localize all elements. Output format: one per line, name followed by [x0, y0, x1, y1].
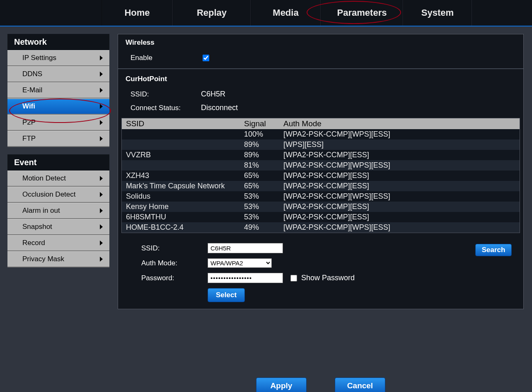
cell-ssid	[122, 160, 244, 171]
chevron-right-icon	[100, 192, 103, 197]
cell-ssid: 6H8SMTHU	[122, 212, 244, 222]
ssid-input[interactable]	[208, 243, 283, 253]
topnav-home[interactable]: Home	[102, 0, 173, 26]
sidebar-item-ip-settings[interactable]: IP Settings	[7, 50, 109, 66]
auth-select[interactable]: WPA/WPA2	[208, 258, 272, 268]
table-row[interactable]: VVZRB89%[WPA2-PSK-CCMP][ESS]	[122, 150, 520, 160]
table-row[interactable]: Kensy Home53%[WPA2-PSK-CCMP][ESS]	[122, 202, 520, 212]
table-row[interactable]: XZH4365%[WPA2-PSK-CCMP][ESS]	[122, 171, 520, 181]
password-input[interactable]	[208, 273, 283, 283]
sidebar-item-label: Wifi	[22, 102, 35, 111]
cell-signal: 53%	[244, 202, 283, 212]
sidebar: Network IP SettingsDDNSE-MailWifiP2PFTP …	[7, 34, 109, 392]
select-button[interactable]: Select	[208, 288, 245, 302]
cell-signal: 81%	[244, 160, 283, 171]
chevron-right-icon	[100, 55, 103, 60]
sidebar-item-label: Privacy Mask	[22, 255, 64, 263]
main: Wireless Enable CurHotPoint SSID: C6H5R …	[109, 34, 532, 392]
sidebar-item-snapshot[interactable]: Snapshot	[7, 219, 109, 235]
curhot-status-value: Disconnect	[201, 103, 238, 112]
cell-ssid: Kensy Home	[122, 202, 244, 212]
cancel-button[interactable]: Cancel	[335, 378, 385, 392]
show-password-label: Show Password	[301, 274, 355, 282]
chevron-right-icon	[100, 104, 103, 109]
cell-auth: [WPS][ESS]	[283, 139, 520, 150]
enable-checkbox[interactable]	[203, 55, 209, 61]
cell-signal: 49%	[244, 222, 283, 233]
search-button[interactable]: Search	[475, 244, 512, 256]
cell-signal: 100%	[244, 129, 283, 139]
sidebar-item-label: Motion Detect	[22, 174, 66, 183]
cell-signal: 89%	[244, 139, 283, 150]
topnav-media[interactable]: Media	[251, 0, 321, 26]
sidebar-item-motion-detect[interactable]: Motion Detect	[7, 171, 109, 187]
curhot-ssid-label: SSID:	[118, 90, 201, 99]
sidebar-cat-event: Event	[7, 154, 109, 171]
table-row[interactable]: HOME-B1CC-2.449%[WPA2-PSK-CCMP][WPS][ESS…	[122, 222, 520, 233]
grid-header-ssid: SSID	[122, 118, 244, 129]
cell-signal: 65%	[244, 171, 283, 181]
sidebar-item-alarm-in-out[interactable]: Alarm in out	[7, 203, 109, 219]
table-row[interactable]: 100%[WPA2-PSK-CCMP][WPS][ESS]	[122, 129, 520, 139]
sidebar-item-label: IP Settings	[22, 54, 56, 62]
table-row[interactable]: 81%[WPA2-PSK-CCMP][WPS][ESS]	[122, 160, 520, 171]
cell-ssid	[122, 129, 244, 139]
grid-header-auth: Auth Mode	[283, 118, 520, 129]
enable-label: Enable	[118, 54, 201, 62]
cell-auth: [WPA2-PSK-CCMP][ESS]	[283, 171, 520, 181]
sidebar-item-wifi[interactable]: Wifi	[7, 99, 109, 115]
topnav-parameters[interactable]: Parameters	[321, 0, 403, 26]
cell-auth: [WPA2-PSK-CCMP][ESS]	[283, 181, 520, 191]
sidebar-item-label: FTP	[22, 135, 36, 143]
connect-form: Search SSID: Auth Mode: WPA/WPA2 Passwor…	[118, 236, 523, 309]
sidebar-item-label: DDNS	[22, 70, 42, 78]
table-row[interactable]: 89%[WPS][ESS]	[122, 139, 520, 150]
cell-auth: [WPA2-PSK-CCMP][WPS][ESS]	[283, 191, 520, 202]
cell-ssid: HOME-B1CC-2.4	[122, 222, 244, 233]
network-grid: SSID Signal Auth Mode 100%[WPA2-PSK-CCMP…	[121, 118, 520, 233]
sidebar-cat-network: Network	[7, 34, 109, 50]
sidebar-item-label: Alarm in out	[22, 207, 60, 215]
chevron-right-icon	[100, 240, 103, 245]
sidebar-item-privacy-mask[interactable]: Privacy Mask	[7, 251, 109, 267]
cell-ssid: Solidus	[122, 191, 244, 202]
sidebar-item-p2p[interactable]: P2P	[7, 115, 109, 131]
sidebar-item-e-mail[interactable]: E-Mail	[7, 82, 109, 99]
cell-ssid: XZH43	[122, 171, 244, 181]
show-password-checkbox[interactable]	[290, 275, 297, 281]
topnav-replay[interactable]: Replay	[173, 0, 251, 26]
cell-auth: [WPA2-PSK-CCMP][WPS][ESS]	[283, 160, 520, 171]
auth-label: Auth Mode:	[126, 259, 208, 267]
wireless-title: Wireless	[118, 34, 523, 51]
sidebar-item-record[interactable]: Record	[7, 235, 109, 251]
table-row[interactable]: 6H8SMTHU53%[WPA2-PSK-CCMP][ESS]	[122, 212, 520, 222]
cell-signal: 53%	[244, 212, 283, 222]
topnav-system[interactable]: System	[403, 0, 472, 26]
grid-header-signal: Signal	[244, 118, 283, 129]
apply-button[interactable]: Apply	[256, 378, 307, 392]
sidebar-item-label: Snapshot	[22, 223, 52, 231]
sidebar-item-ddns[interactable]: DDNS	[7, 66, 109, 82]
table-row[interactable]: Solidus53%[WPA2-PSK-CCMP][WPS][ESS]	[122, 191, 520, 202]
sidebar-item-label: Occlusion Detect	[22, 190, 76, 199]
cell-auth: [WPA2-PSK-CCMP][WPS][ESS]	[283, 129, 520, 139]
topbar: HomeReplayMediaParametersSystem	[0, 0, 532, 26]
sidebar-item-ftp[interactable]: FTP	[7, 131, 109, 147]
chevron-right-icon	[100, 88, 103, 93]
curhot-ssid-value: C6H5R	[201, 90, 225, 99]
cell-signal: 65%	[244, 181, 283, 191]
chevron-right-icon	[100, 224, 103, 229]
curhot-title: CurHotPoint	[118, 71, 523, 87]
cell-signal: 89%	[244, 150, 283, 160]
cell-auth: [WPA2-PSK-CCMP][WPS][ESS]	[283, 222, 520, 233]
table-row[interactable]: Mark's Time Capsule Network65%[WPA2-PSK-…	[122, 181, 520, 191]
sidebar-item-label: P2P	[22, 118, 36, 127]
cell-ssid: VVZRB	[122, 150, 244, 160]
sidebar-item-occlusion-detect[interactable]: Occlusion Detect	[7, 187, 109, 203]
chevron-right-icon	[100, 208, 103, 213]
chevron-right-icon	[100, 120, 103, 125]
cell-ssid	[122, 139, 244, 150]
curhot-status-label: Connect Status:	[118, 104, 201, 112]
chevron-right-icon	[100, 257, 103, 262]
cell-auth: [WPA2-PSK-CCMP][ESS]	[283, 212, 520, 222]
